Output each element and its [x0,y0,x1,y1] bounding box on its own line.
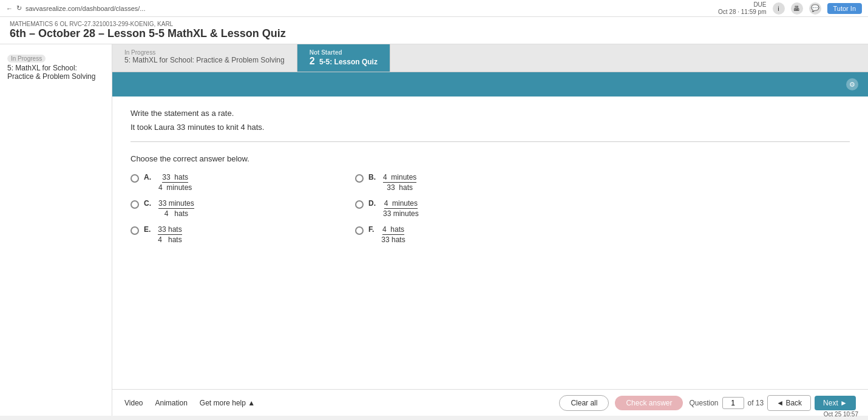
fraction-c-num: 33 minutes [158,199,194,209]
fraction-a: 33 hats 4 minutes [158,173,192,192]
tab-lesson-quiz-label: 5-5: Lesson Quiz [319,58,378,66]
due-label: DUE Oct 28 · 11:59 pm [718,1,767,16]
breadcrumb: MATHEMATICS 6 OL RVC-27.3210013-299-KOEN… [10,21,858,27]
option-e-label: E. [144,225,151,234]
get-more-help-link[interactable]: Get more help ▲ [200,399,255,407]
option-f-label: F. [368,225,374,234]
radio-b[interactable] [355,174,364,183]
sidebar-item-label: 5: MathXL for School:Practice & Problem … [7,64,104,81]
content-top-bar: ⚙ [112,72,868,97]
tab-mathxl-label: 5: MathXL for School: Practice & Problem… [124,56,285,64]
question-area: Write the statement as a rate. It took L… [112,97,868,389]
option-e[interactable]: E. 33 hats 4 hats [131,225,331,244]
option-c[interactable]: C. 33 minutes 4 hats [131,199,331,218]
radio-a[interactable] [131,174,139,183]
settings-icon[interactable]: ⚙ [846,78,858,90]
option-c-label: C. [144,199,151,208]
top-bar-right: DUE Oct 28 · 11:59 pm i 🖶 💬 Tutor In [718,1,862,16]
bottom-right: Clear all Check answer Question of 13 ◄ … [559,395,856,411]
question-number-input[interactable] [722,397,744,409]
tab-num: 2 [310,56,315,66]
radio-c[interactable] [131,200,139,209]
question-instruction: Write the statement as a rate. [131,109,850,118]
fraction-b-num: 4 minutes [383,173,416,183]
tab-nostart-label: Not Started [310,49,378,56]
animation-link[interactable]: Animation [155,399,187,407]
tab-lesson-quiz[interactable]: Not Started 2 5-5: Lesson Quiz [297,44,390,72]
fraction-a-den: 4 minutes [158,183,192,192]
top-bar: ← ↻ savvasrealize.com/dashboard/classes/… [0,0,868,17]
fraction-b: 4 minutes 33 hats [383,173,416,192]
check-answer-button[interactable]: Check answer [615,396,683,410]
refresh-icon[interactable]: ↻ [16,4,22,12]
fraction-c-den: 4 hats [164,209,188,218]
bottom-bar: Video Animation Get more help ▲ Clear al… [112,389,868,416]
bottom-left: Video Animation Get more help ▲ [124,399,255,407]
question-label: Question [689,399,718,407]
option-d[interactable]: D. 4 minutes 33 minutes [355,199,555,218]
fraction-f-den: 33 hats [381,235,405,244]
question-text: It took Laura 33 minutes to knit 4 hats. [131,123,850,132]
tabs-row: In Progress 5: MathXL for School: Practi… [112,44,868,72]
clear-all-button[interactable]: Clear all [559,395,609,411]
option-f[interactable]: F. 4 hats 33 hats [355,225,555,244]
fraction-b-den: 33 hats [387,183,413,192]
fraction-e-den: 4 hats [158,235,181,244]
nav-section: Question of 13 ◄ Back Next ► [689,395,856,411]
fraction-d-den: 33 minutes [383,209,419,218]
fraction-a-num: 33 hats [162,173,188,183]
sidebar-status: In Progress [7,55,46,63]
divider [131,141,850,142]
content-area: In Progress 5: MathXL for School: Practi… [112,44,868,416]
fraction-c: 33 minutes 4 hats [158,199,194,218]
radio-d[interactable] [355,200,364,209]
options-grid: A. 33 hats 4 minutes B. 4 minutes 33 hat… [131,173,555,244]
next-button[interactable]: Next ► [815,396,856,410]
url-text: savvasrealize.com/dashboard/classes/... [25,5,145,12]
info-icon[interactable]: i [773,2,785,15]
option-b[interactable]: B. 4 minutes 33 hats [355,173,555,192]
sidebar: In Progress 5: MathXL for School:Practic… [0,44,112,416]
print-icon[interactable]: 🖶 [791,2,803,15]
tab-status-inprogress: In Progress [124,49,285,56]
tab-mathxl[interactable]: In Progress 5: MathXL for School: Practi… [112,44,297,72]
tutor-button[interactable]: Tutor In [827,3,863,14]
option-a-label: A. [144,173,151,181]
main-layout: In Progress 5: MathXL for School:Practic… [0,44,868,416]
back-button[interactable]: ◄ Back [767,395,811,411]
fraction-e-num: 33 hats [158,225,181,235]
radio-f[interactable] [355,226,364,235]
chat-icon[interactable]: 💬 [809,2,821,15]
fraction-f-num: 4 hats [382,225,404,235]
date-stamp: Oct 25 10:57 [824,411,858,418]
choose-label: Choose the correct answer below. [131,154,850,163]
option-a[interactable]: A. 33 hats 4 minutes [131,173,331,192]
fraction-d: 4 minutes 33 minutes [383,199,419,218]
page-title: 6th – October 28 – Lesson 5-5 MathXL & L… [10,27,858,40]
nav-back-icon[interactable]: ← [6,5,13,12]
option-b-label: B. [368,173,376,181]
radio-e[interactable] [131,226,139,235]
sidebar-item-mathxl[interactable]: In Progress 5: MathXL for School:Practic… [0,50,112,84]
fraction-e: 33 hats 4 hats [158,225,181,244]
fraction-d-num: 4 minutes [384,199,418,209]
option-d-label: D. [368,199,376,208]
page-header: MATHEMATICS 6 OL RVC-27.3210013-299-KOEN… [0,17,868,44]
video-link[interactable]: Video [124,399,143,407]
url-bar: ← ↻ savvasrealize.com/dashboard/classes/… [6,4,145,12]
of-label: of 13 [748,399,764,407]
fraction-f: 4 hats 33 hats [381,225,405,244]
